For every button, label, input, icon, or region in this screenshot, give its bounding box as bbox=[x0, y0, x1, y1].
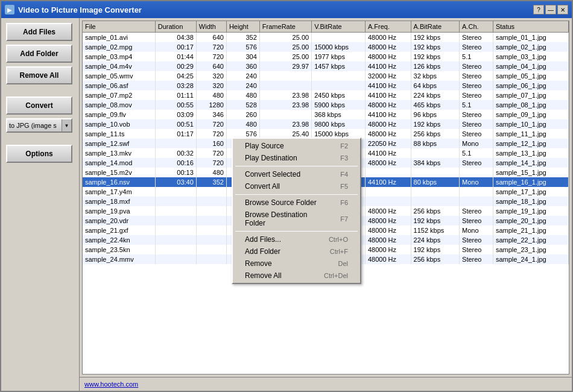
table-cell: sample_23.5kn bbox=[83, 245, 155, 254]
table-cell: 48000 Hz bbox=[365, 119, 411, 129]
table-cell: 96 kbps bbox=[411, 110, 460, 119]
convert-button[interactable]: Convert bbox=[6, 96, 72, 115]
table-row[interactable]: sample_03.mp401:4472030425.001977 kbps48… bbox=[83, 52, 569, 62]
context-menu-item-shortcut: F2 bbox=[340, 142, 348, 150]
table-cell bbox=[155, 197, 196, 206]
content-area: File Duration Width Height FrameRate V.B… bbox=[80, 18, 572, 391]
options-button[interactable]: Options bbox=[6, 145, 72, 163]
table-cell bbox=[312, 71, 366, 81]
close-button[interactable]: ✕ bbox=[557, 5, 568, 14]
table-row[interactable]: sample_10.vob00:5172048023.989800 kbps48… bbox=[83, 119, 569, 129]
table-cell: 192 kbps bbox=[411, 216, 460, 226]
table-cell: 48000 Hz bbox=[365, 216, 411, 226]
add-files-button[interactable]: Add Files bbox=[6, 23, 72, 41]
table-cell: 01:44 bbox=[155, 52, 196, 62]
table-cell: 23.98 bbox=[259, 100, 311, 110]
table-cell: sample_02.mpg bbox=[83, 42, 155, 52]
table-row[interactable]: sample_01.avi04:3864035225.0048000 Hz192… bbox=[83, 33, 569, 43]
table-cell: 260 bbox=[226, 110, 259, 119]
footer: www.hootech.com bbox=[80, 377, 572, 391]
context-menu-item-shortcut: F6 bbox=[340, 199, 348, 206]
table-row[interactable]: sample_02.mpg00:1772057625.0015000 kbps4… bbox=[83, 42, 569, 52]
table-cell: Stereo bbox=[460, 245, 493, 254]
table-cell: 44100 Hz bbox=[365, 90, 411, 100]
context-menu-item[interactable]: Play DestinationF3 bbox=[233, 152, 360, 164]
table-cell bbox=[411, 168, 460, 177]
table-row[interactable]: sample_06.asf03:2832024044100 Hz64 kbpsS… bbox=[83, 81, 569, 90]
table-cell: sample_11.ts bbox=[83, 129, 155, 139]
remove-all-button[interactable]: Remove All bbox=[6, 66, 72, 84]
col-header-file: File bbox=[83, 21, 155, 33]
col-header-afreq: A.Freq. bbox=[365, 21, 411, 33]
table-cell: 224 kbps bbox=[411, 235, 460, 245]
table-cell: 44100 Hz bbox=[365, 148, 411, 158]
table-cell bbox=[460, 168, 493, 177]
context-menu-item[interactable]: Remove AllCtrl+Del bbox=[233, 270, 360, 282]
table-cell: 576 bbox=[226, 42, 259, 52]
table-row[interactable]: sample_08.mov00:55128052823.985900 kbps4… bbox=[83, 100, 569, 110]
table-cell: Stereo bbox=[460, 129, 493, 139]
table-cell: 640 bbox=[196, 62, 226, 71]
table-cell: 48000 Hz bbox=[365, 52, 411, 62]
table-cell: sample_22_1.jpg bbox=[493, 235, 568, 245]
context-menu-item-label: Browse Source Folder bbox=[245, 198, 317, 207]
table-cell: sample_02_1.jpg bbox=[493, 42, 568, 52]
table-cell: Stereo bbox=[460, 119, 493, 129]
table-cell bbox=[411, 197, 460, 206]
context-menu-item[interactable]: Add Files...Ctrl+O bbox=[233, 233, 360, 245]
table-cell: sample_09_1.jpg bbox=[493, 110, 568, 119]
table-cell: 25.00 bbox=[259, 52, 311, 62]
window-title: Video to Picture Image Converter bbox=[18, 5, 142, 14]
table-cell: sample_14.mod bbox=[83, 158, 155, 168]
table-cell: 48000 Hz bbox=[365, 42, 411, 52]
table-cell: 480 bbox=[226, 90, 259, 100]
table-cell bbox=[365, 197, 411, 206]
website-link[interactable]: www.hootech.com bbox=[84, 381, 138, 388]
table-row[interactable]: sample_05.wmv04:2532024032000 Hz32 kbpsS… bbox=[83, 71, 569, 81]
table-cell bbox=[365, 168, 411, 177]
main-window: ▶ Video to Picture Image Converter ? — ✕… bbox=[0, 0, 573, 392]
context-menu-item[interactable]: Convert AllF5 bbox=[233, 180, 360, 192]
table-cell: 64 kbps bbox=[411, 81, 460, 90]
minimize-button[interactable]: — bbox=[545, 5, 556, 14]
context-menu-item[interactable]: Convert SelectedF4 bbox=[233, 168, 360, 180]
context-menu-item[interactable]: RemoveDel bbox=[233, 258, 360, 270]
help-button[interactable]: ? bbox=[533, 5, 544, 14]
col-header-vbitrate: V.BitRate bbox=[312, 21, 366, 33]
table-cell: 320 bbox=[196, 71, 226, 81]
table-cell: sample_24_1.jpg bbox=[493, 254, 568, 264]
main-content: Add Files Add Folder Remove All Convert … bbox=[1, 18, 572, 391]
table-row[interactable]: sample_09.flv03:09346260368 kbps44100 Hz… bbox=[83, 110, 569, 119]
context-menu-item[interactable]: Add FolderCtrl+F bbox=[233, 245, 360, 258]
table-cell: 88 kbps bbox=[411, 139, 460, 148]
table-cell bbox=[196, 254, 226, 264]
table-cell: 25.00 bbox=[259, 33, 311, 43]
table-cell: 01:11 bbox=[155, 90, 196, 100]
context-menu-item[interactable]: Play SourceF2 bbox=[233, 140, 360, 152]
table-cell: sample_23_1.jpg bbox=[493, 245, 568, 254]
table-cell: 9800 kbps bbox=[312, 119, 366, 129]
table-cell: sample_24.mmv bbox=[83, 254, 155, 264]
sidebar: Add Files Add Folder Remove All Convert … bbox=[1, 18, 80, 391]
table-cell: 720 bbox=[196, 52, 226, 62]
table-cell: 03:09 bbox=[155, 110, 196, 119]
table-cell: 320 bbox=[196, 81, 226, 90]
table-row[interactable]: sample_07.mp201:1148048023.982450 kbps44… bbox=[83, 90, 569, 100]
table-cell: sample_05_1.jpg bbox=[493, 71, 568, 81]
table-cell: 23.98 bbox=[259, 119, 311, 129]
table-cell: 00:32 bbox=[155, 148, 196, 158]
table-header-row: File Duration Width Height FrameRate V.B… bbox=[83, 21, 569, 33]
table-row[interactable]: sample_04.m4v00:2964036029.971457 kbps44… bbox=[83, 62, 569, 71]
col-header-status: Status bbox=[493, 21, 568, 33]
context-menu-item[interactable]: Browse Source FolderF6 bbox=[233, 197, 360, 209]
table-cell: Mono bbox=[460, 139, 493, 148]
table-cell: Mono bbox=[460, 226, 493, 235]
table-cell: 5.1 bbox=[460, 148, 493, 158]
table-cell: 44100 Hz bbox=[365, 81, 411, 90]
context-menu-item[interactable]: Browse Destination FolderF7 bbox=[233, 209, 360, 229]
table-cell: Stereo bbox=[460, 110, 493, 119]
format-select[interactable]: to JPG (image s ▼ bbox=[6, 118, 72, 133]
add-folder-button[interactable]: Add Folder bbox=[6, 45, 72, 63]
table-cell: 240 bbox=[226, 71, 259, 81]
table-cell: 480 bbox=[196, 168, 226, 177]
